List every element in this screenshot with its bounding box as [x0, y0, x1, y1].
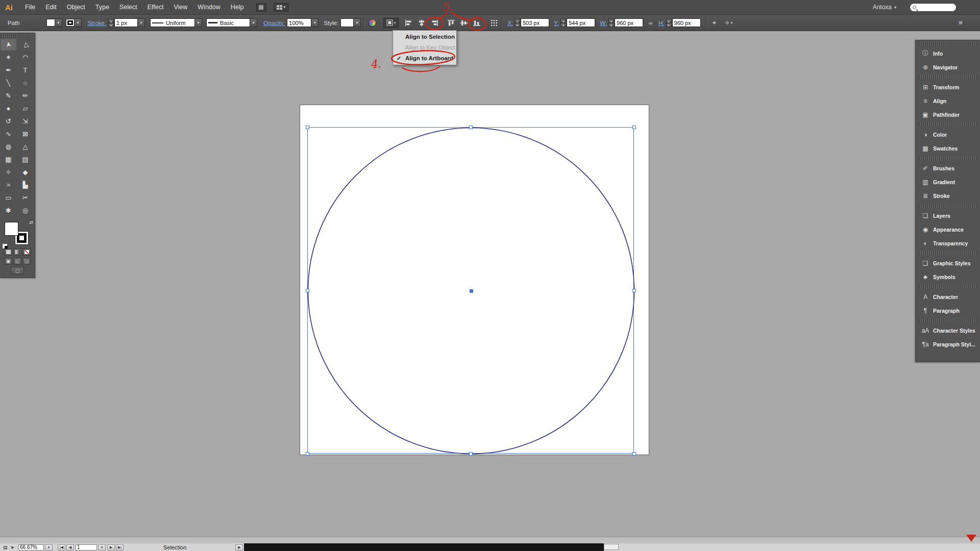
brush-definition-combo[interactable]: Basic ▾: [206, 18, 257, 27]
menu-view[interactable]: View: [168, 0, 192, 15]
stepper-down-icon[interactable]: ▾: [666, 23, 672, 27]
color-button[interactable]: [4, 248, 12, 256]
width-tool[interactable]: ∿: [0, 128, 17, 140]
pen-tool[interactable]: ✒: [0, 64, 17, 77]
perspective-grid-tool[interactable]: △: [17, 140, 34, 153]
selection-handle-sw[interactable]: [306, 452, 309, 456]
stepper-up-icon[interactable]: ▴: [608, 19, 614, 23]
constrain-proportions-button[interactable]: ∞: [646, 18, 656, 28]
panel-item-navigator[interactable]: ⊛Navigator: [916, 60, 980, 74]
horizontal-align-left-button[interactable]: [404, 18, 414, 28]
caret-down-icon[interactable]: ▾: [250, 18, 257, 27]
w-link[interactable]: W:: [600, 20, 607, 26]
caret-down-icon[interactable]: ▾: [55, 18, 62, 27]
blend-tool[interactable]: ◆: [17, 166, 34, 179]
rotate-tool[interactable]: ↺: [0, 115, 17, 128]
menu-edit[interactable]: Edit: [40, 0, 62, 15]
selection-handle-w[interactable]: [306, 289, 309, 292]
account-menu[interactable]: Antoxa ▾: [873, 4, 896, 11]
selection-handle-s[interactable]: [469, 452, 473, 456]
align-to-dropdown-button[interactable]: ▾: [383, 18, 399, 28]
stroke-weight-stepper[interactable]: ▴ ▾: [108, 19, 114, 27]
recolor-artwork-button[interactable]: [367, 18, 377, 28]
menu-effect[interactable]: Effect: [142, 0, 169, 15]
artboard-tool[interactable]: ▭: [0, 191, 17, 204]
stroke-weight-combo[interactable]: ▾: [114, 18, 145, 27]
dock-gripper[interactable]: [919, 285, 977, 289]
zoom-dropdown-button[interactable]: ▾: [45, 544, 53, 550]
vertical-align-bottom-button[interactable]: [472, 18, 482, 28]
next-artboard-button[interactable]: ▶: [107, 544, 115, 550]
panel-item-swatches[interactable]: ▦Swatches: [916, 141, 980, 155]
selection-bounding-box[interactable]: [307, 127, 634, 454]
panel-item-character-styles[interactable]: aACharacter Styles: [916, 323, 980, 337]
horizontal-scrollbar[interactable]: [0, 537, 980, 543]
stroke-color-combo[interactable]: ▾: [66, 18, 82, 27]
select-similar-objects-button[interactable]: ✧ ▾: [724, 18, 734, 28]
toolbar-gripper[interactable]: [1, 34, 34, 38]
horizontal-align-center-button[interactable]: [416, 18, 427, 28]
stepper-down-icon[interactable]: ▾: [514, 23, 520, 27]
menu-type[interactable]: Type: [90, 0, 114, 15]
artboard-dropdown-button[interactable]: ▾: [98, 544, 106, 550]
dock-gripper[interactable]: [919, 204, 977, 208]
fill-color-combo[interactable]: ▾: [46, 18, 62, 27]
search-box[interactable]: [910, 3, 957, 12]
stepper-down-icon[interactable]: ▾: [108, 23, 114, 27]
panel-item-appearance[interactable]: ◉Appearance: [916, 222, 980, 236]
panel-item-transform[interactable]: ⊞Transform: [916, 80, 980, 94]
panel-item-pathfinder[interactable]: ▣Pathfinder: [916, 108, 980, 121]
draw-normal-button[interactable]: ▣: [4, 258, 12, 265]
mesh-tool[interactable]: ▦: [0, 153, 17, 166]
paintbrush-tool[interactable]: ✎: [0, 89, 17, 102]
stroke-link[interactable]: Stroke:: [88, 20, 106, 26]
h-stepper[interactable]: ▴ ▾: [666, 19, 672, 27]
menu-help[interactable]: Help: [226, 0, 249, 15]
zoom-tool[interactable]: ◎: [17, 204, 34, 217]
slice-tool[interactable]: ✂: [17, 191, 34, 204]
dock-gripper[interactable]: [919, 122, 977, 127]
y-field[interactable]: [567, 18, 595, 27]
caret-down-icon[interactable]: ▾: [138, 18, 145, 27]
opacity-combo[interactable]: ▾: [287, 18, 318, 27]
menu-object[interactable]: Object: [62, 0, 90, 15]
horizontal-align-right-button[interactable]: [429, 18, 439, 28]
dock-gripper[interactable]: [919, 41, 977, 45]
panel-item-brushes[interactable]: ✐Brushes: [916, 161, 980, 175]
zoom-field[interactable]: [18, 544, 44, 550]
line-segment-tool[interactable]: ╲: [0, 77, 17, 89]
stepper-up-icon[interactable]: ▴: [514, 19, 520, 23]
horizontal-scrollbar-thumb[interactable]: [604, 544, 619, 550]
menu-item-align-to-selection[interactable]: Align to Selection: [393, 32, 456, 42]
arrange-documents-icon[interactable]: [256, 3, 266, 12]
transform-reference-button[interactable]: [489, 18, 499, 28]
panel-item-layers[interactable]: ❏Layers: [916, 209, 980, 222]
none-button[interactable]: [22, 248, 31, 256]
stepper-down-icon[interactable]: ▾: [560, 23, 566, 27]
selection-handle-n[interactable]: [469, 126, 473, 129]
dock-gripper[interactable]: [919, 251, 977, 255]
selection-center-point[interactable]: [470, 289, 473, 293]
blob-brush-tool[interactable]: ●: [0, 102, 17, 115]
panel-item-info[interactable]: ⓘInfo: [916, 46, 980, 60]
panel-item-symbols[interactable]: ♣Symbols: [916, 270, 980, 284]
eraser-tool[interactable]: ▱: [17, 102, 34, 115]
search-input[interactable]: [916, 5, 952, 10]
control-panel-menu-button[interactable]: ≡: [955, 18, 966, 28]
first-artboard-button[interactable]: |◀: [58, 544, 65, 550]
dock-gripper[interactable]: [919, 318, 977, 322]
direct-selection-tool[interactable]: ▷: [17, 38, 34, 51]
menu-window[interactable]: Window: [192, 0, 225, 15]
stepper-down-icon[interactable]: ▾: [608, 23, 614, 27]
gradient-button[interactable]: [13, 248, 21, 256]
y-link[interactable]: Y:: [554, 20, 559, 26]
selection-handle-ne[interactable]: [632, 126, 636, 129]
ellipse-tool[interactable]: ○: [17, 77, 34, 89]
type-tool[interactable]: T: [17, 64, 34, 77]
shape-builder-tool[interactable]: ◍: [0, 140, 17, 153]
artboard-number-field[interactable]: [76, 544, 97, 550]
style-field[interactable]: [340, 18, 354, 27]
draw-behind-button[interactable]: ◱: [13, 258, 21, 265]
panel-item-color[interactable]: ◑Color: [916, 128, 980, 141]
x-field[interactable]: [521, 18, 549, 27]
